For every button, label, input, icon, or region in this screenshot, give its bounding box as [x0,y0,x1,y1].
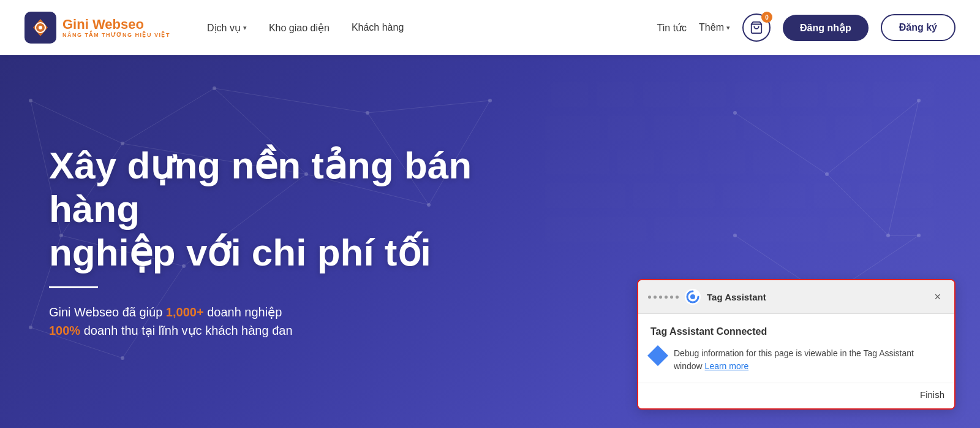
navbar: Gini Webseo Nâng tầm thương hiệu Việt Dị… [0,0,980,55]
hero-title: Xây dựng nền tảng bán hàng nghiệp với ch… [49,143,570,275]
nav-dich-vu[interactable]: Dịch vụ ▾ [207,22,247,34]
svg-rect-71 [633,183,669,208]
tag-diamond-icon [647,345,668,366]
svg-rect-54 [545,116,600,140]
tag-assistant-finish-button[interactable]: Finish [920,389,944,400]
drag-dot [659,296,662,299]
drag-dot [648,296,651,299]
svg-rect-66 [753,150,790,174]
nav-khach-hang[interactable]: Khách hàng [352,22,404,33]
drag-dot [676,296,679,299]
svg-rect-63 [617,150,654,174]
svg-rect-48 [643,82,680,107]
nav-tin-tuc[interactable]: Tin tức [657,22,687,34]
svg-line-5 [123,88,214,143]
nav-right: Tin tức Thêm ▾ 0 Đăng nhập Đăng ký [657,13,956,42]
svg-rect-50 [735,82,772,107]
cart-button[interactable]: 0 [742,13,771,42]
svg-rect-79 [827,217,864,242]
tag-assistant-info-row: Debug information for this page is viewa… [650,347,942,373]
svg-rect-74 [769,183,805,208]
svg-rect-65 [708,150,745,174]
tag-assistant-title: Tag Assistant [707,292,924,302]
svg-rect-58 [744,116,781,140]
svg-rect-52 [827,82,864,107]
svg-point-27 [29,99,32,102]
svg-rect-47 [597,82,634,107]
nav-kho-giao-dien[interactable]: Kho giao diện [269,22,330,34]
tag-assistant-logo-icon [685,289,701,305]
svg-rect-53 [873,82,934,107]
svg-rect-73 [723,183,760,208]
hero-subtitle: Gini Webseo đã giúp 1,000+ doanh nghiệp … [49,303,570,340]
login-button[interactable]: Đăng nhập [783,15,869,41]
svg-line-12 [214,88,368,113]
svg-rect-46 [551,82,588,107]
cart-badge: 0 [761,12,772,23]
svg-point-33 [366,111,369,115]
nav-links: Dịch vụ ▾ Kho giao diện Khách hàng [207,22,657,34]
tag-assistant-info-text: Debug information for this page is viewa… [674,347,942,373]
hero-content: Xây dựng nền tảng bán hàng nghiệp với ch… [49,143,570,340]
svg-rect-59 [790,116,826,140]
svg-point-29 [213,86,216,90]
svg-rect-72 [678,183,715,208]
svg-rect-49 [689,82,726,107]
svg-point-36 [29,326,32,329]
logo-icon [24,12,56,44]
svg-rect-69 [889,150,934,174]
drag-dot [654,296,657,299]
svg-rect-55 [608,116,645,140]
tag-assistant-body: Tag Assistant Connected Debug informatio… [638,314,954,383]
svg-rect-80 [873,217,934,242]
learn-more-link[interactable]: Learn more [705,361,749,371]
logo-subtitle: Nâng tầm thương hiệu Việt [62,32,170,38]
nav-them[interactable]: Thêm ▾ [699,22,730,33]
drag-handle [648,296,679,299]
svg-point-82 [690,294,695,299]
drag-dot [670,296,673,299]
tag-assistant-connected-title: Tag Assistant Connected [650,326,942,337]
hero-section: Xây dựng nền tảng bán hàng nghiệp với ch… [0,55,980,428]
svg-line-4 [31,101,123,143]
hero-divider [49,286,98,288]
svg-rect-75 [814,183,851,208]
svg-rect-76 [859,183,933,208]
svg-point-2 [39,26,42,29]
svg-rect-64 [663,150,699,174]
svg-rect-51 [781,82,818,107]
chevron-down-icon: ▾ [243,24,247,32]
svg-rect-56 [654,116,690,140]
logo[interactable]: Gini Webseo Nâng tầm thương hiệu Việt [24,12,170,44]
svg-rect-68 [844,150,881,174]
svg-rect-61 [880,116,934,140]
svg-rect-78 [654,217,820,242]
svg-point-35 [488,99,492,102]
svg-point-37 [121,356,124,360]
svg-rect-67 [799,150,835,174]
svg-rect-60 [835,116,872,140]
tag-assistant-close-button[interactable]: × [930,290,944,304]
svg-rect-57 [699,116,736,140]
chevron-down-icon-2: ▾ [726,24,730,32]
drag-dot [665,296,668,299]
cart-icon [750,21,763,34]
tag-assistant-header: Tag Assistant × [638,280,954,314]
register-button[interactable]: Đăng ký [881,14,956,41]
logo-title: Gini Webseo [62,17,170,32]
tag-assistant-popup: Tag Assistant × Tag Assistant Connected … [637,279,956,410]
svg-line-16 [368,101,490,113]
tag-assistant-footer: Finish [638,383,954,408]
